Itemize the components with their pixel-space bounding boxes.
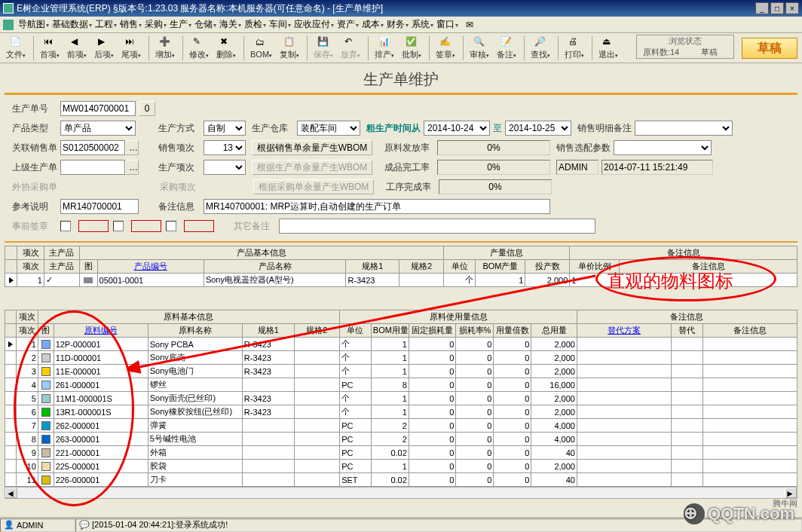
tool-next[interactable]: ▶后项▾ (91, 35, 117, 61)
sale-note-select[interactable] (635, 121, 733, 136)
prod-item-select[interactable] (204, 160, 246, 175)
menu-车间[interactable]: 车间 (269, 19, 291, 29)
material-icon (41, 475, 51, 485)
next-icon: ▶ (98, 36, 110, 48)
menu-资产[interactable]: 资产 (337, 19, 359, 29)
tool-find[interactable]: 🔎查找▾ (528, 35, 553, 61)
date-from-select[interactable]: 2014-10-24 (424, 121, 490, 136)
table-row[interactable]: 11226-000001刀卡SET0.0200040 (5, 473, 797, 487)
menu-成本[interactable]: 成本 (362, 19, 384, 29)
rel-sale-input[interactable] (60, 140, 125, 155)
tool-approve[interactable]: ✅批制▾ (399, 35, 424, 61)
product-grid: 项次主产品产品基本信息产量信息备注信息项次主产品图产品编号产品名称规格1规格2单… (5, 246, 797, 287)
menu-工程[interactable]: 工程 (95, 19, 117, 29)
date-to-select[interactable]: 2014-10-25 (505, 121, 571, 136)
first-icon: ⏮ (44, 36, 56, 48)
sale-item-select[interactable]: 13 (204, 140, 246, 155)
menu-销售[interactable]: 销售 (120, 19, 142, 29)
sign-icon: ✍ (439, 36, 452, 48)
material-icon (41, 381, 51, 390)
tool-bom[interactable]: 🗂BOM▾ (247, 36, 275, 60)
menu-应收应付[interactable]: 应收应付 (294, 19, 334, 29)
table-row[interactable]: 613R1-000001SSony橡胶按纽(已丝印)R-3423个10002,0… (5, 405, 797, 419)
scroll-left-icon[interactable]: ◄ (5, 488, 17, 498)
up-order-browse[interactable]: … (125, 160, 139, 175)
maximize-button[interactable]: □ (770, 2, 784, 14)
menubar: 导航图基础数据工程销售采购生产仓储海关质检车间应收应付资产成本财务系统窗口 ✉ (0, 17, 802, 33)
file-icon: 📄 (10, 36, 22, 48)
draft-button[interactable]: 草稿 (742, 38, 797, 59)
table-row[interactable]: 112P-000001Sony PCBAR-3423个10002,000 (5, 338, 797, 351)
tool-note[interactable]: 📝备注▾ (494, 35, 519, 61)
tool-plan[interactable]: 📊排产▾ (372, 35, 397, 61)
presign-chk1[interactable] (60, 221, 71, 231)
minimize-button[interactable]: _ (755, 2, 769, 14)
gen-from-pur-button[interactable]: 根据采购单余量产生WBOM (253, 179, 374, 194)
menu-财务[interactable]: 财务 (387, 19, 409, 29)
prod-mode-select[interactable]: 自制 (204, 121, 246, 136)
statusbar: 👤 ADMIN 💬 [2015-01-04 20:44:21]:登录系统成功! (0, 517, 802, 532)
tool-print[interactable]: 🖨打印▾ (562, 35, 587, 61)
table-row[interactable]: 7262-000001弹簧PC20004,000 (5, 419, 797, 433)
menu-导航图[interactable]: 导航图 (18, 19, 49, 29)
tool-cancel[interactable]: ↶放弃▾ (338, 35, 363, 61)
tool-sign[interactable]: ✍签章▾ (433, 35, 458, 61)
prod-wh-select[interactable]: 装配车间 (297, 121, 360, 136)
tool-save[interactable]: 💾保存▾ (311, 35, 336, 61)
other-note-input[interactable] (279, 219, 595, 234)
tool-last[interactable]: ⏭尾项▾ (118, 35, 144, 61)
material-icon (41, 448, 51, 457)
tool-edit[interactable]: ✎修改▾ (186, 35, 212, 61)
prod-type-select[interactable]: 单产品 (60, 121, 136, 136)
table-row[interactable]: 10225-000001胶袋PC10002,000 (5, 460, 797, 473)
up-order-input[interactable] (60, 160, 125, 175)
copy-icon: 📋 (283, 36, 295, 48)
last-icon: ⏭ (125, 36, 137, 48)
close-button[interactable]: × (785, 2, 799, 14)
menu-海关[interactable]: 海关 (219, 19, 241, 29)
table-row[interactable]: 4261-000001锣丝PC800016,000 (5, 378, 797, 392)
menu-采购[interactable]: 采购 (145, 19, 167, 29)
tool-prev[interactable]: ◀前项▾ (64, 35, 90, 61)
table-row[interactable]: 311E-000001Sony电池门R-3423个10002,000 (5, 365, 797, 378)
table-row[interactable]: 9221-000001外箱PC0.0200040 (5, 446, 797, 460)
tool-file[interactable]: 📄文件▾ (3, 35, 29, 61)
ref-input[interactable] (60, 199, 139, 214)
watermark: ⊕QQTN.com (684, 503, 794, 524)
presign-chk2[interactable] (113, 221, 124, 231)
rel-sale-browse[interactable]: … (125, 140, 139, 155)
compose-icon[interactable]: ✉ (466, 20, 473, 30)
menu-窗口[interactable]: 窗口 (436, 19, 458, 29)
table-row[interactable]: 211D-000001Sony底壳R-3423个10002,000 (5, 351, 797, 365)
scrollbar-h[interactable]: ◄ ► (5, 487, 797, 499)
raw-rate-field (437, 140, 550, 155)
gen-from-prod-button[interactable]: 根据生产单余量产生WBOM (252, 160, 372, 175)
scroll-right-icon[interactable]: ► (785, 488, 797, 498)
presign-chk3[interactable] (166, 221, 176, 231)
table-row[interactable]: 8263-0000015号碱性电池PC20004,000 (5, 433, 797, 446)
tool-first[interactable]: ⏮首项▾ (37, 35, 63, 61)
material-icon (41, 435, 51, 444)
tool-del[interactable]: ✖删除▾ (213, 35, 239, 61)
tool-exit[interactable]: ⏏退出▾ (595, 35, 621, 61)
menu-基础数据[interactable]: 基础数据 (52, 19, 92, 29)
admin-field (556, 160, 598, 175)
gen-from-sale-button[interactable]: 根据销售单余量产生WBOM (252, 140, 372, 155)
menu-icon (3, 20, 14, 30)
menu-仓储[interactable]: 仓储 (194, 19, 216, 29)
menu-生产[interactable]: 生产 (170, 19, 191, 29)
tool-add[interactable]: ➕增加▾ (152, 35, 178, 61)
sale-param-select[interactable] (614, 140, 712, 155)
order-no-input[interactable] (60, 101, 136, 116)
menu-系统[interactable]: 系统 (412, 19, 433, 29)
material-icon (41, 421, 51, 430)
table-row[interactable]: 1✓05001-0001Sony电视遥控器(A型号)R-3423个12,0001 (5, 274, 797, 287)
tool-copy[interactable]: 📋复制▾ (277, 35, 302, 61)
table-row[interactable]: 511M1-000001SSony面壳(已丝印)R-3423个10002,000 (5, 392, 797, 405)
order-seq-button[interactable]: 0 (139, 101, 155, 116)
note-input[interactable] (204, 199, 550, 214)
page-title: 生产单维护 (5, 63, 797, 95)
menu-质检[interactable]: 质检 (244, 19, 266, 29)
tool-audit[interactable]: 🔍审核▾ (467, 35, 492, 61)
material-icon (41, 353, 51, 362)
